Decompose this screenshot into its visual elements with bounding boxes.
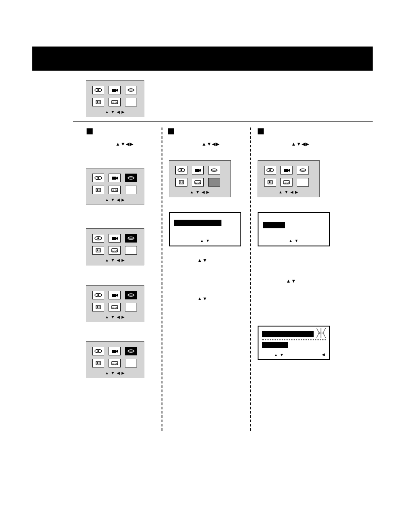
lips-icon <box>125 86 137 94</box>
redacted-line <box>174 220 221 226</box>
nav-arrows: ▲ ▼ ◀ ▶ <box>86 258 144 262</box>
svg-rect-6 <box>96 100 100 104</box>
svg-rect-61 <box>179 180 184 184</box>
nav-arrows: ▲ ▼ <box>274 353 284 357</box>
svg-rect-19 <box>99 189 100 191</box>
header-bar <box>32 47 373 71</box>
svg-rect-62 <box>181 181 181 183</box>
svg-rect-35 <box>112 294 116 297</box>
redacted-line <box>262 342 288 348</box>
svg-rect-24 <box>112 237 116 240</box>
svg-rect-7 <box>97 101 98 103</box>
svg-rect-74 <box>271 181 271 183</box>
sub-screen: ▲ ▼ <box>169 212 241 246</box>
svg-rect-18 <box>97 189 98 191</box>
svg-text:12:30: 12:30 <box>194 181 201 184</box>
svg-rect-40 <box>97 306 98 308</box>
divider <box>73 121 373 122</box>
blank-icon <box>125 98 137 106</box>
svg-rect-51 <box>97 362 98 364</box>
nav-arrows: ▲ ▼ <box>170 239 240 243</box>
svg-text:12:30: 12:30 <box>111 189 118 192</box>
nav-arrows: ▲ ▼ ◀ ▶ <box>169 190 230 194</box>
nav-arrows: ▲ ▼ ◀ ▶ <box>86 371 144 375</box>
svg-rect-63 <box>182 181 183 183</box>
redacted-line <box>262 331 314 337</box>
clock-icon: 12:30 <box>109 98 121 106</box>
svg-point-56 <box>181 169 182 171</box>
nav-arrows: ▲ ▼ ◀ ▶ <box>86 198 144 202</box>
arrow-glyphs: ▲▼ <box>197 296 208 301</box>
svg-marker-47 <box>116 350 118 353</box>
svg-point-12 <box>97 177 99 179</box>
arrow-glyphs: ▲▼◀▶ <box>202 141 220 147</box>
svg-rect-73 <box>269 181 270 183</box>
arrow-glyphs: ▲▼ <box>286 278 296 283</box>
svg-rect-72 <box>268 180 272 184</box>
svg-marker-58 <box>199 169 201 172</box>
menu-panel: 12:30 ▲ ▼ ◀ ▶ <box>86 341 144 378</box>
svg-marker-69 <box>288 169 290 172</box>
svg-rect-52 <box>99 362 100 364</box>
menu-panel-main: 12:30 ▲ ▼ ◀ ▶ <box>86 80 144 117</box>
svg-rect-30 <box>99 249 100 251</box>
section-marker <box>87 128 93 134</box>
svg-marker-36 <box>116 294 118 297</box>
arrow-glyphs: ▲▼◀▶ <box>115 141 134 147</box>
menu-panel: 12:30 ▲ ▼ ◀ ▶ <box>86 285 144 322</box>
svg-point-34 <box>97 294 99 296</box>
nav-arrows: ▲ ▼ ◀ ▶ <box>86 110 144 114</box>
column-divider <box>250 128 251 431</box>
svg-rect-29 <box>97 249 98 251</box>
eye-icon <box>92 86 104 94</box>
clock-set-screen: ╲│╱╱│╲ ▲ ▼ ◀ <box>258 326 330 360</box>
svg-point-23 <box>97 237 99 239</box>
plug-icon <box>92 186 104 194</box>
svg-point-1 <box>97 89 99 91</box>
clock-icon: 12:30 <box>109 186 121 194</box>
left-arrow: ◀ <box>322 352 325 357</box>
svg-text:12:30: 12:30 <box>111 362 118 365</box>
svg-rect-57 <box>195 169 199 172</box>
plug-icon <box>92 98 104 106</box>
icon-row: 12:30 <box>92 98 137 106</box>
svg-text:12:30: 12:30 <box>111 306 118 309</box>
svg-rect-28 <box>96 249 100 252</box>
svg-rect-50 <box>96 361 100 365</box>
nav-arrows: ▲ ▼ <box>258 239 329 243</box>
sub-screen: ▲ ▼ <box>258 212 330 246</box>
svg-marker-14 <box>116 177 118 180</box>
menu-panel: 12:30 ▲ ▼ ◀ ▶ <box>169 160 231 197</box>
blank-icon <box>125 186 137 194</box>
lips-icon <box>125 174 137 182</box>
svg-rect-13 <box>112 177 116 180</box>
svg-point-67 <box>269 169 271 171</box>
svg-rect-17 <box>96 188 100 192</box>
section-marker <box>168 128 174 134</box>
nav-arrows: ▲ ▼ ◀ ▶ <box>258 190 319 194</box>
svg-rect-8 <box>99 101 100 103</box>
menu-panel: 12:30 ▲ ▼ ◀ ▶ <box>86 168 144 205</box>
eye-icon <box>92 174 104 182</box>
column-divider <box>162 128 162 431</box>
svg-rect-2 <box>112 89 116 92</box>
svg-rect-39 <box>96 305 100 309</box>
nav-arrows: ▲ ▼ ◀ ▶ <box>86 315 144 319</box>
flash-indicator: ╲│╱╱│╲ <box>317 329 326 337</box>
svg-text:12:30: 12:30 <box>111 249 118 252</box>
redacted-line <box>263 222 285 228</box>
svg-point-45 <box>97 350 99 352</box>
svg-text:12:30: 12:30 <box>111 101 118 104</box>
svg-marker-25 <box>116 237 118 240</box>
arrow-glyphs: ▲▼ <box>197 258 208 263</box>
section-marker <box>258 128 264 134</box>
dotted-divider <box>262 339 326 340</box>
camera-icon <box>109 86 121 94</box>
page: 12:30 ▲ ▼ ◀ ▶ ▲▼◀▶ ▲▼◀▶ ▲▼◀▶ ▲▼ ▲▼ ▲▼ 12… <box>0 0 411 532</box>
icon-row <box>92 86 137 94</box>
menu-panel: 12:30 ▲ ▼ ◀ ▶ <box>258 160 320 197</box>
svg-rect-41 <box>99 306 100 308</box>
svg-marker-3 <box>116 89 118 92</box>
svg-rect-68 <box>284 169 288 172</box>
camera-icon <box>109 174 121 182</box>
